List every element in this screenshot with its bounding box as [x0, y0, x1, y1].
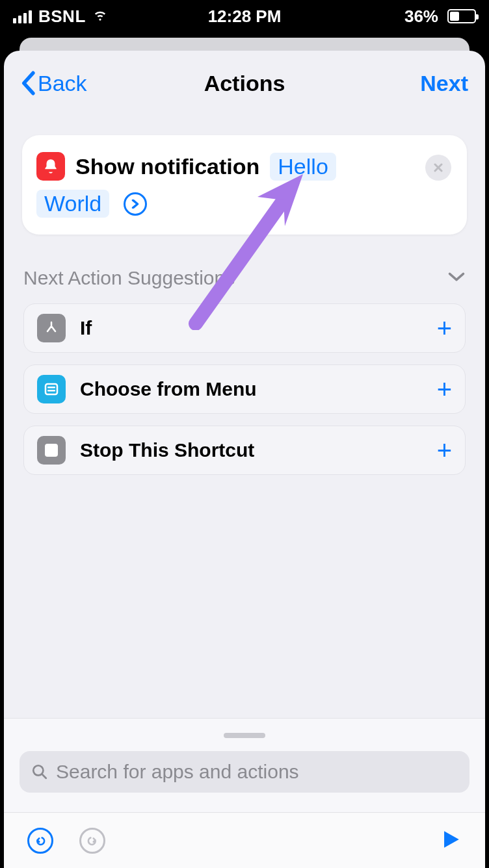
- add-suggestion-button[interactable]: +: [437, 376, 452, 402]
- svg-rect-0: [46, 384, 57, 394]
- action-card[interactable]: Show notification Hello World: [22, 135, 467, 235]
- run-button[interactable]: [440, 828, 462, 853]
- device-frame: BSNL 12:28 PM 36% Back Actions Next: [0, 0, 489, 868]
- page-title: Actions: [4, 71, 485, 96]
- if-icon: [37, 314, 66, 342]
- notification-title-token[interactable]: Hello: [270, 153, 336, 181]
- svg-rect-2: [47, 390, 55, 392]
- stop-icon: [37, 436, 66, 465]
- search-placeholder: Search for apps and actions: [56, 761, 299, 783]
- suggestions-header-label: Next Action Suggestions: [23, 267, 235, 289]
- menu-icon: [37, 375, 66, 403]
- action-prefix-text: Show notification: [75, 154, 259, 179]
- suggestions-list: If + Choose from Menu + Stop: [23, 303, 466, 475]
- nav-bar: Back Actions Next: [4, 51, 485, 116]
- play-icon: [440, 828, 462, 850]
- suggestion-label: Stop This Shortcut: [80, 439, 254, 461]
- suggestion-label: Choose from Menu: [80, 378, 257, 400]
- battery-icon: [447, 9, 476, 23]
- clock: 12:28 PM: [0, 6, 489, 27]
- search-panel[interactable]: Search for apps and actions: [4, 718, 485, 812]
- main-sheet: Back Actions Next Show notification Hell…: [4, 51, 485, 868]
- grabber-handle[interactable]: [224, 733, 265, 738]
- search-input[interactable]: Search for apps and actions: [20, 751, 469, 793]
- editor-toolbar: [4, 812, 485, 868]
- redo-button[interactable]: [79, 828, 105, 854]
- notification-icon: [36, 152, 65, 181]
- search-icon: [31, 763, 48, 780]
- chevron-right-icon: [131, 199, 140, 209]
- svg-rect-1: [47, 387, 55, 389]
- undo-button[interactable]: [27, 828, 53, 854]
- delete-action-button[interactable]: [425, 155, 451, 181]
- redo-icon: [86, 835, 98, 847]
- notification-body-token[interactable]: World: [36, 190, 109, 218]
- suggestion-label: If: [80, 317, 92, 339]
- suggestion-item-if[interactable]: If +: [23, 303, 466, 353]
- status-bar: BSNL 12:28 PM 36%: [0, 0, 489, 32]
- undo-icon: [34, 835, 46, 847]
- suggestion-item-stop-shortcut[interactable]: Stop This Shortcut +: [23, 426, 466, 475]
- chevron-down-icon: [447, 271, 466, 285]
- add-suggestion-button[interactable]: +: [437, 437, 452, 463]
- suggestion-item-choose-menu[interactable]: Choose from Menu +: [23, 364, 466, 414]
- close-icon: [433, 162, 443, 173]
- suggestions-header[interactable]: Next Action Suggestions: [23, 267, 466, 289]
- add-suggestion-button[interactable]: +: [437, 315, 452, 341]
- expand-action-button[interactable]: [124, 192, 147, 216]
